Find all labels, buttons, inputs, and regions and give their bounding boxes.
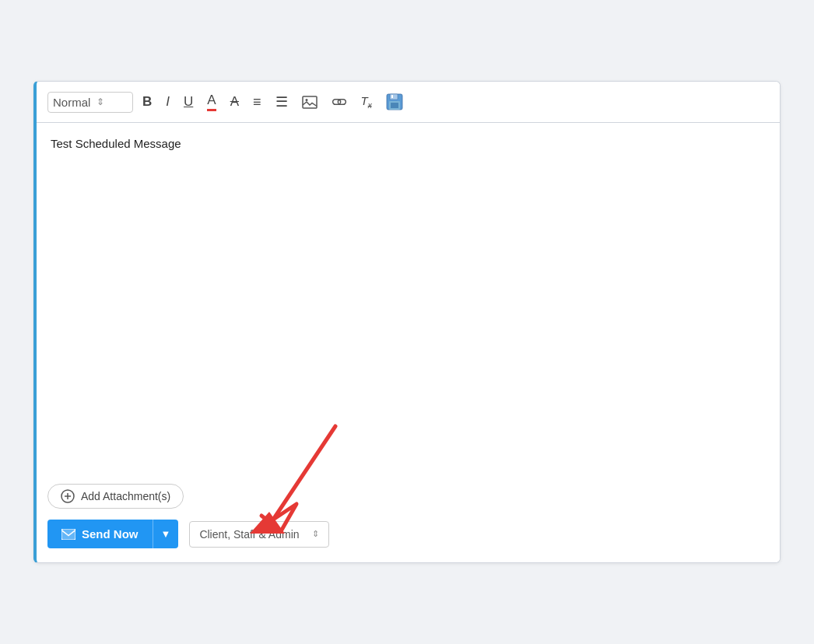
save-icon — [386, 93, 403, 110]
footer-actions: Send Now ▼ Client, Staff & Admin ⇕ — [47, 520, 769, 548]
dropdown-arrow-icon: ▼ — [161, 528, 171, 540]
add-attachment-button[interactable]: Add Attachment(s) — [47, 484, 184, 509]
recipient-select[interactable]: Client, Staff & Admin ⇕ — [189, 521, 329, 548]
svg-rect-5 — [391, 95, 393, 98]
svg-point-1 — [305, 99, 307, 101]
recipient-arrow-icon: ⇕ — [312, 529, 319, 539]
font-color-button[interactable]: A — [202, 89, 220, 114]
svg-rect-11 — [61, 529, 75, 540]
unordered-list-button[interactable]: ☰ — [271, 90, 293, 114]
editor-content: Test Scheduled Message — [51, 137, 181, 150]
italic-button[interactable]: I — [161, 91, 174, 113]
send-now-label: Send Now — [82, 527, 139, 541]
image-button[interactable] — [297, 93, 322, 112]
bold-button[interactable]: B — [138, 91, 156, 113]
link-icon — [332, 96, 347, 108]
editor-card: Normal ⇕ B I U A A ≡ ☰ — [33, 81, 781, 563]
editor-body[interactable]: Test Scheduled Message — [37, 123, 780, 473]
attachment-row: Add Attachment(s) — [47, 484, 769, 509]
save-button[interactable] — [381, 90, 408, 114]
send-now-button[interactable]: Send Now — [47, 520, 153, 548]
send-now-group: Send Now ▼ — [47, 520, 178, 548]
format-label: Normal — [53, 96, 90, 109]
svg-rect-6 — [391, 103, 398, 108]
add-attachment-icon — [61, 489, 75, 503]
ordered-list-button[interactable]: ≡ — [248, 91, 266, 114]
recipient-label: Client, Staff & Admin — [199, 528, 299, 541]
format-arrow-icon: ⇕ — [96, 96, 104, 107]
link-button[interactable] — [327, 93, 352, 111]
clear-format-button[interactable]: Tx — [356, 91, 377, 113]
editor-toolbar: Normal ⇕ B I U A A ≡ ☰ — [37, 82, 780, 123]
add-attachment-label: Add Attachment(s) — [81, 490, 170, 502]
editor-footer: Add Attachment(s) Send — [37, 473, 780, 562]
font-highlight-button[interactable]: A — [226, 91, 244, 113]
image-icon — [302, 96, 318, 109]
svg-rect-0 — [303, 96, 317, 108]
format-select[interactable]: Normal ⇕ — [47, 92, 133, 113]
underline-button[interactable]: U — [179, 91, 198, 113]
envelope-icon — [61, 529, 75, 540]
send-now-dropdown-button[interactable]: ▼ — [153, 520, 179, 548]
svg-rect-3 — [390, 94, 398, 100]
